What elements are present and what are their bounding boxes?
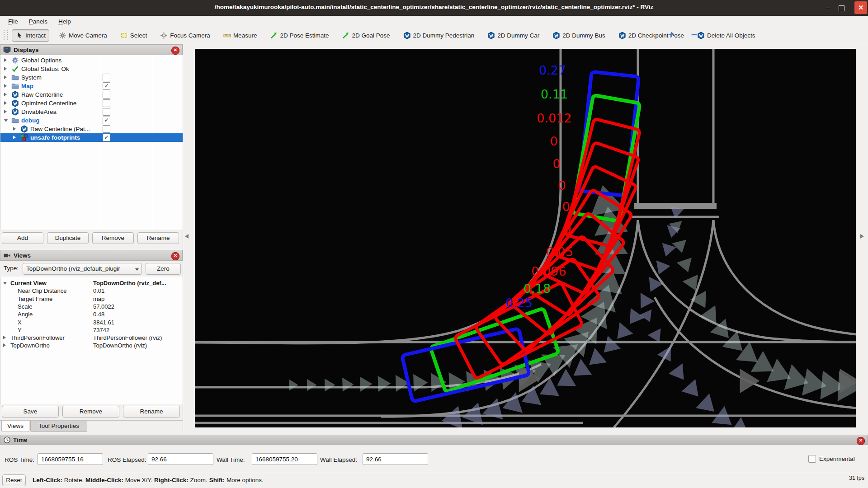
enable-checkbox[interactable] xyxy=(103,99,110,107)
tool-2d-dummy-pedestrian[interactable]: 2D Dummy Pedestrian xyxy=(400,29,478,42)
enable-checkbox[interactable] xyxy=(103,74,110,81)
tool-move-camera[interactable]: Move Camera xyxy=(55,29,111,42)
property-value[interactable]: ThirdPersonFollower (rviz) xyxy=(93,334,162,341)
menu-panels[interactable]: Panels xyxy=(24,17,52,26)
title-bar[interactable]: /home/takayukimurooka/pilot-auto.main/in… xyxy=(0,0,868,16)
rename-display-button[interactable]: Rename xyxy=(137,232,179,244)
view-row-target-frame[interactable]: Target Framemap xyxy=(0,295,183,303)
tool-measure[interactable]: Measure xyxy=(220,29,261,42)
chevron-right-icon[interactable] xyxy=(13,136,16,139)
add-display-button[interactable]: Add xyxy=(2,232,43,244)
chevron-right-icon[interactable] xyxy=(13,127,16,131)
chevron-right-icon[interactable] xyxy=(3,343,6,347)
collapse-left-panel-icon[interactable] xyxy=(185,234,189,239)
chevron-right-icon[interactable] xyxy=(4,84,7,88)
display-row-debug[interactable]: debug✓ xyxy=(0,116,183,125)
rename-view-button[interactable]: Rename xyxy=(123,406,180,418)
tool-focus-camera[interactable]: Focus Camera xyxy=(156,29,214,42)
close-views-panel-button[interactable]: ✕ xyxy=(171,252,179,260)
experimental-checkbox[interactable] xyxy=(808,455,816,463)
views-panel-header[interactable]: Views ✕ xyxy=(0,250,183,261)
chevron-right-icon[interactable] xyxy=(3,336,6,339)
enable-checkbox[interactable]: ✓ xyxy=(103,134,110,141)
tool-2d-pose-estimate[interactable]: 2D Pose Estimate xyxy=(266,29,332,42)
tool-select[interactable]: Select xyxy=(117,29,151,42)
chevron-down-icon[interactable] xyxy=(3,282,7,285)
duplicate-display-button[interactable]: Duplicate xyxy=(47,232,89,244)
view-row-x[interactable]: X3841.61 xyxy=(0,319,183,326)
panel-splitter[interactable] xyxy=(183,44,183,432)
property-value[interactable]: 57.0022 xyxy=(93,303,114,310)
display-row-global-status-ok[interactable]: Global Status: Ok xyxy=(0,65,183,73)
ros-elapsed-input[interactable] xyxy=(148,453,213,465)
minimize-button[interactable]: – xyxy=(823,3,833,11)
time-panel-header[interactable]: Time ✕ xyxy=(0,435,868,445)
chevron-right-icon[interactable] xyxy=(4,75,7,79)
close-displays-panel-button[interactable]: ✕ xyxy=(171,47,179,55)
chevron-right-icon[interactable] xyxy=(4,67,7,70)
chevron-down-icon[interactable] xyxy=(4,119,8,122)
save-view-button[interactable]: Save xyxy=(2,406,59,418)
enable-checkbox[interactable] xyxy=(103,125,110,133)
enable-checkbox[interactable]: ✓ xyxy=(103,82,110,90)
collapse-right-panel-icon[interactable] xyxy=(860,234,864,239)
property-value[interactable]: TopDownOrtho (rviz_def... xyxy=(93,280,166,286)
remove-display-button[interactable]: Remove xyxy=(92,232,134,244)
property-value[interactable]: 3841.61 xyxy=(93,319,114,326)
zero-button[interactable]: Zero xyxy=(146,263,181,275)
tool-2d-goal-pose[interactable]: 2D Goal Pose xyxy=(338,29,393,42)
tool-2d-dummy-car[interactable]: 2D Dummy Car xyxy=(484,29,543,42)
property-value[interactable]: 0.01 xyxy=(93,287,104,294)
close-window-button[interactable]: ✕ xyxy=(854,1,867,14)
menu-file[interactable]: File xyxy=(4,17,23,26)
tool-interact[interactable]: Interact xyxy=(12,29,49,42)
displays-tree: Global OptionsGlobal Status: OkSystemMap… xyxy=(0,55,183,230)
property-value[interactable]: map xyxy=(93,296,104,302)
view-row-near-clip-distance[interactable]: Near Clip Distance0.01 xyxy=(0,287,183,295)
view-row-current-view[interactable]: Current ViewTopDownOrtho (rviz_def... xyxy=(0,279,183,287)
property-value[interactable]: 73742 xyxy=(93,327,109,333)
tab-views[interactable]: Views xyxy=(1,421,29,432)
view-row-angle[interactable]: Angle0.48 xyxy=(0,310,183,318)
display-row-global-options[interactable]: Global Options xyxy=(0,56,183,65)
remove-view-button[interactable]: Remove xyxy=(62,406,119,418)
scene-canvas[interactable] xyxy=(195,49,856,427)
displays-panel-header[interactable]: Displays ✕ xyxy=(0,44,183,55)
tool-2d-dummy-bus[interactable]: 2D Dummy Bus xyxy=(549,29,609,42)
display-row-raw-centerline-pat-[interactable]: Raw Centerline (Pat... xyxy=(0,125,183,133)
view-row-y[interactable]: Y73742 xyxy=(0,326,183,334)
tab-tool-properties[interactable]: Tool Properties xyxy=(30,421,87,432)
enable-checkbox[interactable]: ✓ xyxy=(103,117,110,124)
autoware-icon xyxy=(618,32,626,39)
add-tool-button[interactable] xyxy=(665,30,677,41)
enable-checkbox[interactable] xyxy=(103,91,110,99)
wall-elapsed-input[interactable] xyxy=(363,453,428,465)
remove-tool-button[interactable] xyxy=(688,30,700,41)
display-row-raw-centerline[interactable]: Raw Centerline xyxy=(0,90,183,99)
chevron-right-icon[interactable] xyxy=(4,101,7,105)
view-row-thirdpersonfollower[interactable]: ThirdPersonFollowerThirdPersonFollower (… xyxy=(0,334,183,342)
view-row-topdownortho[interactable]: TopDownOrthoTopDownOrtho (rviz) xyxy=(0,342,183,349)
display-row-opimized-centerline[interactable]: Opimized Centerline xyxy=(0,99,183,108)
3d-viewport[interactable]: 0.270.110.012000000.050.0960.180.25 xyxy=(195,49,856,427)
wall-time-input[interactable] xyxy=(252,453,317,465)
toolbar-drag-handle[interactable] xyxy=(4,30,8,40)
display-row-drivablearea[interactable]: DrivableArea xyxy=(0,108,183,116)
display-row-system[interactable]: System xyxy=(0,73,183,82)
property-value[interactable]: 0.48 xyxy=(93,311,104,318)
property-value[interactable]: TopDownOrtho (rviz) xyxy=(93,342,147,349)
chevron-right-icon[interactable] xyxy=(4,58,7,62)
maximize-button[interactable] xyxy=(836,5,846,13)
display-row-unsafe-footprints[interactable]: unsafe footprints✓ xyxy=(0,133,183,142)
enable-checkbox[interactable] xyxy=(103,108,110,116)
chevron-right-icon[interactable] xyxy=(4,110,7,113)
ros-time-input[interactable] xyxy=(38,453,103,465)
display-row-map[interactable]: Map✓ xyxy=(0,82,183,90)
view-row-scale[interactable]: Scale57.0022 xyxy=(0,303,183,310)
chevron-right-icon[interactable] xyxy=(4,93,7,96)
view-type-dropdown[interactable]: TopDownOrtho (rviz_default_plugir xyxy=(23,263,142,275)
menu-help[interactable]: Help xyxy=(54,17,75,26)
reset-button[interactable]: Reset xyxy=(2,474,26,486)
close-time-panel-button[interactable]: ✕ xyxy=(857,437,865,445)
tool-delete-all-objects[interactable]: Delete All Objects xyxy=(693,29,759,42)
